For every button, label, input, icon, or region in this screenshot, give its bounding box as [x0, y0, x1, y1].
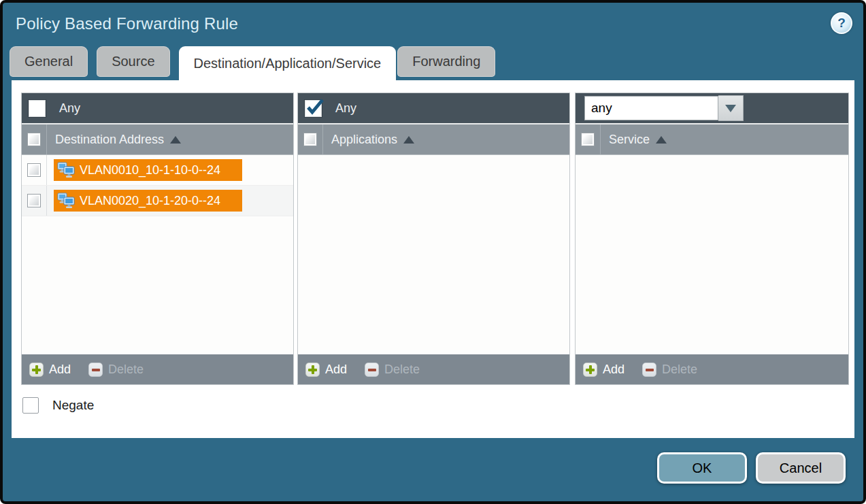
- dropdown-button[interactable]: [718, 95, 744, 121]
- applications-column-header[interactable]: Applications: [298, 124, 569, 155]
- destination-address-label: VLAN0010_10-1-10-0--24: [80, 163, 220, 178]
- applications-column-title: Applications: [331, 133, 397, 147]
- negate-row: Negate: [22, 397, 94, 414]
- sort-asc-icon: [403, 136, 414, 144]
- destination-add-button[interactable]: Add: [29, 363, 71, 377]
- applications-panel: Any Applications Add Delete: [297, 93, 570, 385]
- service-delete-button[interactable]: Delete: [642, 363, 697, 377]
- delete-icon: [642, 363, 656, 377]
- tab-source[interactable]: Source: [97, 46, 169, 77]
- delete-icon: [88, 363, 103, 377]
- table-row: VLAN0010_10-1-10-0--24: [22, 155, 293, 186]
- negate-label: Negate: [52, 398, 94, 413]
- tab-content: Any Destination Address: [12, 80, 854, 438]
- applications-panel-footer: Add Delete: [298, 354, 569, 384]
- tab-general[interactable]: General: [10, 46, 88, 77]
- ok-button[interactable]: OK: [657, 452, 747, 484]
- sort-asc-icon: [656, 136, 667, 144]
- service-select-all-checkbox[interactable]: [581, 133, 595, 146]
- applications-add-button[interactable]: Add: [305, 363, 347, 377]
- cancel-button[interactable]: Cancel: [756, 452, 846, 484]
- tab-bar: General Source Destination/Application/S…: [10, 46, 504, 82]
- applications-list: [298, 155, 569, 354]
- table-row: VLAN0020_10-1-20-0--24: [22, 186, 293, 216]
- destination-panel-footer: Add Delete: [22, 354, 293, 384]
- destination-select-all-checkbox[interactable]: [27, 133, 41, 146]
- service-column-title: Service: [609, 133, 650, 147]
- destination-address-entry[interactable]: VLAN0020_10-1-20-0--24: [54, 190, 242, 212]
- negate-checkbox[interactable]: [22, 397, 39, 414]
- applications-any-checkbox[interactable]: [305, 100, 322, 117]
- delete-button-label: Delete: [384, 363, 420, 377]
- destination-address-label: VLAN0020_10-1-20-0--24: [80, 194, 220, 208]
- add-button-label: Add: [49, 363, 71, 377]
- row-checkbox[interactable]: [27, 194, 41, 207]
- add-icon: [29, 363, 44, 377]
- service-list: [576, 155, 848, 354]
- add-icon: [305, 363, 320, 377]
- row-checkbox[interactable]: [27, 163, 41, 177]
- service-column-header[interactable]: Service: [576, 124, 848, 155]
- service-dropdown-bar: any: [576, 93, 848, 124]
- destination-address-entry[interactable]: VLAN0010_10-1-10-0--24: [54, 159, 242, 181]
- service-type-value[interactable]: any: [584, 96, 718, 120]
- applications-any-bar: Any: [298, 93, 569, 124]
- destination-column-header[interactable]: Destination Address: [22, 124, 293, 155]
- delete-button-label: Delete: [108, 363, 144, 377]
- applications-delete-button[interactable]: Delete: [365, 363, 420, 377]
- applications-select-all-checkbox[interactable]: [303, 133, 317, 146]
- service-panel: any Service Add: [575, 93, 849, 385]
- dialog-title: Policy Based Forwarding Rule: [16, 14, 238, 33]
- add-icon: [583, 363, 597, 377]
- sort-asc-icon: [170, 136, 181, 144]
- chevron-down-icon: [725, 105, 736, 112]
- help-icon[interactable]: ?: [831, 12, 852, 34]
- title-bar: Policy Based Forwarding Rule ?: [3, 3, 863, 45]
- network-icon: [57, 192, 75, 209]
- tab-forwarding[interactable]: Forwarding: [397, 46, 495, 77]
- applications-any-label: Any: [335, 101, 356, 116]
- service-panel-footer: Add Delete: [576, 354, 848, 384]
- destination-any-checkbox[interactable]: [29, 100, 46, 117]
- add-button-label: Add: [603, 363, 624, 377]
- destination-column-title: Destination Address: [55, 133, 164, 147]
- service-add-button[interactable]: Add: [583, 363, 624, 377]
- delete-icon: [365, 363, 379, 377]
- delete-button-label: Delete: [662, 363, 697, 377]
- destination-list: VLAN0010_10-1-10-0--24: [22, 155, 293, 354]
- destination-address-panel: Any Destination Address: [21, 93, 294, 385]
- add-button-label: Add: [325, 363, 347, 377]
- destination-delete-button[interactable]: Delete: [88, 363, 144, 377]
- tab-destination-application-service[interactable]: Destination/Application/Service: [179, 46, 397, 82]
- destination-any-label: Any: [59, 101, 80, 116]
- policy-based-forwarding-dialog: Policy Based Forwarding Rule ? General S…: [0, 0, 866, 504]
- network-icon: [57, 162, 75, 178]
- service-type-dropdown[interactable]: any: [584, 95, 744, 121]
- destination-any-bar: Any: [22, 93, 293, 124]
